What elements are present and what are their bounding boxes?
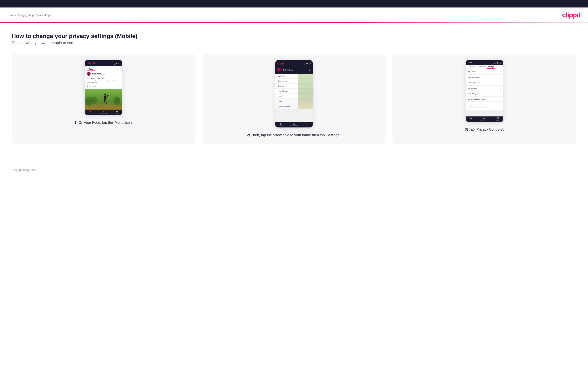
phone2-spacer — [275, 109, 313, 122]
nav-menu-label-2: Menu — [306, 125, 309, 127]
chart-icon — [103, 111, 105, 112]
phone-3-mockup: ‹ Back My Profile Connections Settings — [466, 60, 503, 122]
phone1-icons — [113, 63, 120, 64]
section-performance-label: My Performance — [278, 106, 290, 108]
golf-image — [85, 89, 122, 109]
golf-scene-svg — [85, 89, 122, 109]
section-home-label: Home — [278, 100, 282, 102]
version-line-1: Clippd Client Version: 2022.8.3-3 — [468, 104, 501, 106]
phone1-logo: clippd — [87, 62, 95, 65]
step-2-caption: 2) Then, tap the arrow next to your name… — [247, 133, 341, 138]
settings-item-data-integrations: Data Integrations › — [466, 75, 503, 80]
backdrop-image — [298, 74, 313, 109]
phone2-backdrop: My Profile Connections Settings Help & S… — [275, 74, 313, 109]
phone3-header: ‹ Back — [466, 60, 503, 65]
user-sub: Yesterday · Sunningdale — [92, 74, 105, 75]
svg-point-2 — [91, 96, 97, 104]
breadcrumb: How to change your privacy settings — [8, 14, 51, 17]
lesson-title: Lesson with Fordy — [91, 77, 105, 79]
version-info: Clippd Client Version: 2022.8.3-3 GQL Se… — [466, 102, 503, 110]
top-bar — [0, 0, 588, 8]
logo: clippd — [562, 11, 580, 19]
search-icon-3 — [494, 62, 495, 64]
gear-icon-2 — [309, 63, 311, 64]
settings-label-data-integrations: Data Integrations — [468, 76, 480, 78]
chevron-right-data: › — [500, 76, 501, 78]
phone2-logo: clippd — [277, 62, 285, 65]
step-1-card: clippd Feed Blair McHarg — [12, 54, 196, 144]
home-icon-3 — [470, 117, 472, 119]
search-icon — [113, 63, 114, 64]
phone2-icons — [303, 63, 311, 64]
phone2-bottom-nav: Home My Performance ✕ Menu — [275, 122, 313, 127]
settings-item-privacy-controls: Privacy Controls › — [466, 80, 503, 86]
nav-menu-3: Menu — [496, 117, 499, 121]
tab-my-profile[interactable]: My Profile — [467, 65, 476, 69]
nav-menu-label-3: Menu — [496, 120, 499, 121]
person-icon-2 — [306, 63, 308, 64]
footer: Copyright Clippd 2022 — [0, 165, 588, 176]
phone-1-mockup: clippd Feed Blair McHarg — [85, 60, 122, 115]
settings-item-service-privacy: Service & Privacy Policy — [466, 97, 503, 102]
chart-icon-3 — [483, 117, 486, 119]
nav-home-label-2: Home — [279, 125, 282, 126]
header: How to change your privacy settings clip… — [0, 8, 588, 22]
chevron-up-icon: ▲ — [309, 69, 311, 71]
nav-performance-label-2: My Performance — [290, 125, 298, 126]
chevron-right-golf-bag: › — [500, 87, 501, 90]
phone3-icons — [494, 62, 501, 64]
search-icon-2 — [303, 63, 305, 64]
username-2: Blair McHarg — [283, 69, 293, 71]
step-1-caption: 1) On your Feed, tap the ‘Menu’ icon. — [74, 120, 133, 125]
person-icon-3 — [497, 62, 498, 64]
phone1-header: clippd — [85, 60, 122, 66]
username: Blair McHarg — [92, 73, 105, 74]
step-2-card: clippd Blair McHarg ▲ — [202, 54, 386, 144]
avatar — [87, 72, 91, 76]
svg-point-4 — [104, 93, 106, 96]
settings-label-help-support: Help & Support — [468, 93, 480, 95]
chevron-right-account: › — [500, 70, 501, 73]
nav-menu: Menu — [116, 111, 119, 114]
phone1-post: Blair McHarg Yesterday · Sunningdale Les… — [85, 71, 122, 89]
phone-2-mockup: clippd Blair McHarg ▲ — [275, 60, 313, 127]
user-info-2: Blair McHarg — [277, 68, 293, 72]
page-subtitle: Choose what you want people to see — [12, 41, 576, 45]
tab-settings[interactable]: Settings — [487, 65, 495, 69]
feed-label-container: Feed — [85, 66, 122, 71]
duration-value: 01 hr : 30 min — [87, 86, 120, 88]
main-content: How to change your privacy settings (Mob… — [0, 23, 588, 165]
duration-label: Duration — [87, 84, 120, 85]
gear-icon — [119, 63, 120, 64]
nav-home-label-3: Home — [469, 119, 473, 121]
nav-home-3: Home — [469, 117, 473, 121]
phone2-header: clippd — [275, 60, 313, 66]
nav-home-label: Home — [89, 112, 92, 114]
step-3-caption: 3) Tap ‘Privacy Controls’. — [465, 127, 504, 132]
tab-connections[interactable]: Connections — [476, 65, 487, 69]
gear-icon-3 — [500, 62, 501, 64]
phone2-user-row: Blair McHarg ▲ — [275, 66, 313, 74]
nav-performance-3: My Performance — [480, 117, 489, 121]
phone3-bottom-nav: Home My Performance Menu — [466, 117, 503, 122]
nav-menu-label: Menu — [116, 113, 119, 114]
svg-point-3 — [114, 97, 120, 105]
version-line-2: GQL Server Version: 2022.7.30-1 — [468, 106, 501, 108]
back-button: ‹ Back — [468, 62, 473, 64]
chart-icon-2 — [293, 123, 295, 125]
phone1-bottom-nav: Home My Performance Menu — [85, 109, 122, 115]
lesson-row: Lesson with Fordy — [87, 76, 120, 79]
nav-performance-label-3: My Performance — [480, 119, 489, 121]
settings-item-my-account: My Account › — [466, 69, 503, 75]
settings-item-help-support: Help & Support — [466, 92, 503, 96]
lesson-desc: Looking to feel like my hands are exitin… — [87, 80, 120, 83]
page-title: How to change your privacy settings (Mob… — [12, 33, 576, 40]
feed-label: Feed — [87, 67, 95, 71]
home-icon — [89, 111, 91, 112]
phone3-settings-list: My Account › Data Integrations › Privacy… — [466, 69, 503, 102]
person-icon — [116, 63, 117, 64]
close-icon: ✕ — [307, 123, 308, 125]
chevron-right-privacy: › — [500, 82, 501, 84]
lesson-icon — [87, 76, 90, 79]
home-icon-2 — [280, 123, 282, 125]
